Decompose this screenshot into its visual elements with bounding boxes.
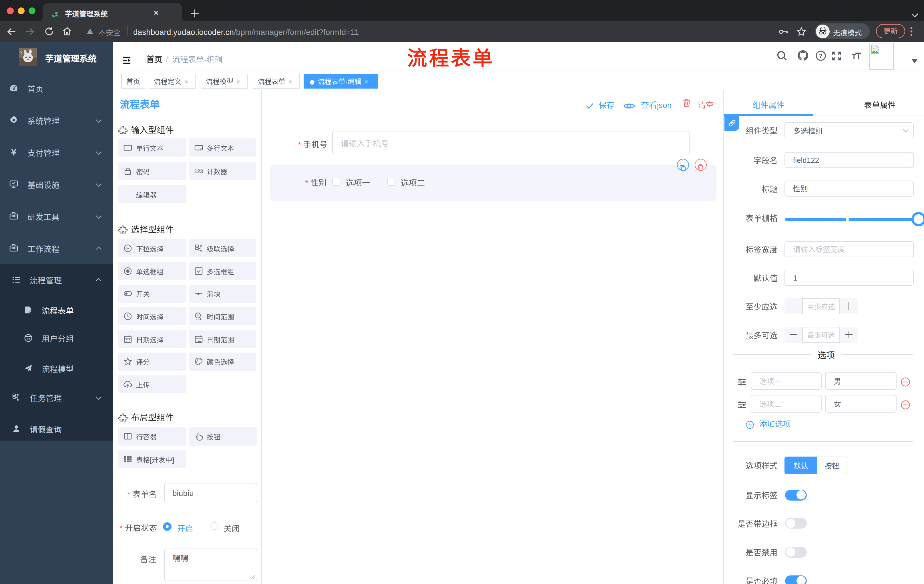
svg-text:¥: ¥ <box>11 147 16 156</box>
svg-text:?: ? <box>819 53 823 59</box>
svg-text:123: 123 <box>194 168 203 174</box>
svg-text:T: T <box>855 50 861 61</box>
